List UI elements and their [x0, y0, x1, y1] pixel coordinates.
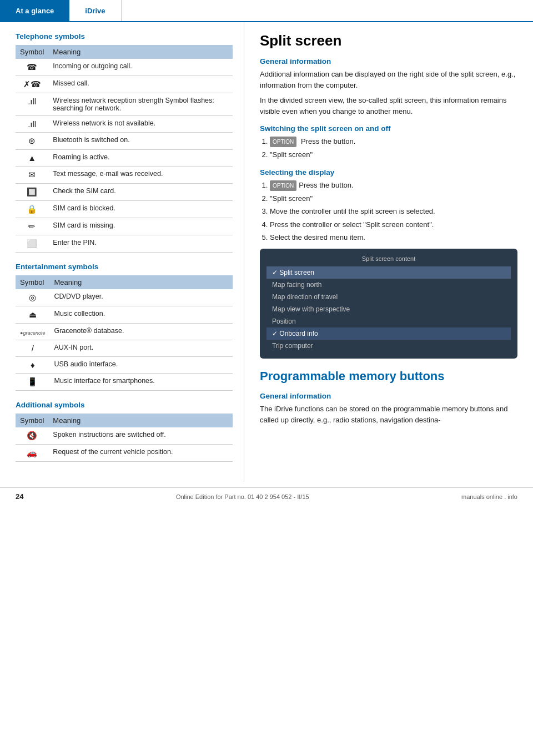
general-info-title: General information [260, 57, 517, 65]
table-row: ✗☎Missed call. [16, 76, 233, 93]
switching-step-1: OPTION Press the button. [270, 136, 517, 147]
selecting-step-5: Select the desired menu item. [270, 232, 517, 243]
telephone-section-title: Telephone symbols [16, 32, 233, 41]
telephone-col-symbol: Symbol [16, 45, 48, 59]
table-row: .ıllWireless network is not available. [16, 116, 233, 133]
table-row: 🔇Spoken instructions are switched off. [16, 427, 233, 445]
option-button-icon2: OPTION [270, 180, 296, 191]
entertainment-col-meaning: Meaning [49, 275, 233, 289]
menu-item: ✓ Onboard info [266, 327, 511, 340]
meaning-cell: Incoming or outgoing call. [48, 59, 233, 76]
meaning-cell: SIM card is missing. [48, 218, 233, 235]
symbol-cell: 📱 [16, 374, 49, 391]
symbol-cell: 🔇 [16, 427, 48, 445]
tab-at-a-glance[interactable]: At a glance [0, 0, 69, 21]
symbol-cell: 🔒 [16, 201, 48, 218]
selecting-steps: OPTIONPress the button."Split screen"Mov… [270, 180, 517, 243]
entertainment-section-title: Entertainment symbols [16, 263, 233, 271]
symbol-cell: ✉ [16, 167, 48, 184]
telephone-table: Symbol Meaning ☎Incoming or outgoing cal… [16, 45, 233, 253]
table-row: .ıllWireless network reception strength … [16, 93, 233, 116]
table-row: 🔒SIM card is blocked. [16, 201, 233, 218]
left-column: Telephone symbols Symbol Meaning ☎Incomi… [0, 22, 244, 482]
symbol-cell: 🔲 [16, 184, 48, 201]
table-row: ⏏Music collection. [16, 306, 233, 324]
table-row: ☎Incoming or outgoing call. [16, 59, 233, 76]
meaning-cell: Text message, e-mail was received. [48, 167, 233, 184]
meaning-cell: AUX-IN port. [49, 340, 233, 357]
table-row: ▲Roaming is active. [16, 150, 233, 167]
symbol-cell: ▲ [16, 150, 48, 167]
programmable-general-info-title: General information [260, 392, 517, 400]
meaning-cell: Music collection. [49, 306, 233, 324]
symbol-cell: .ıll [16, 116, 48, 133]
meaning-cell: Wireless network is not available. [48, 116, 233, 133]
table-row: ⬜Enter the PIN. [16, 235, 233, 253]
footer: 24 Online Edition for Part no. 01 40 2 9… [0, 487, 533, 505]
general-info-para2: In the divided screen view, the so-calle… [260, 95, 517, 117]
symbol-cell: 🚗 [16, 445, 48, 462]
table-row: /AUX-IN port. [16, 340, 233, 357]
meaning-cell: Enter the PIN. [48, 235, 233, 253]
table-row: ●gracenoteGracenote® database. [16, 324, 233, 340]
telephone-col-meaning: Meaning [48, 45, 233, 59]
split-screen-heading: Split screen [260, 32, 517, 49]
meaning-cell: Request of the current vehicle position. [48, 445, 233, 462]
table-row: ⊛Bluetooth is switched on. [16, 133, 233, 150]
entertainment-table: Symbol Meaning ◎CD/DVD player.⏏Music col… [16, 275, 233, 391]
table-row: ✏SIM card is missing. [16, 218, 233, 235]
footer-credit: Online Edition for Part no. 01 40 2 954 … [176, 493, 309, 500]
header: At a glance iDrive [0, 0, 533, 22]
meaning-cell: Wireless network reception strength Symb… [48, 93, 233, 116]
selecting-step-4: Press the controller or select "Split sc… [270, 219, 517, 230]
additional-table: Symbol Meaning 🔇Spoken instructions are … [16, 414, 233, 462]
table-row: 🔲Check the SIM card. [16, 184, 233, 201]
right-column: Split screen General information Additio… [244, 22, 533, 482]
programmable-heading: Programmable memory buttons [260, 369, 517, 385]
additional-col-symbol: Symbol [16, 414, 48, 427]
meaning-cell: USB audio interface. [49, 357, 233, 374]
symbol-cell: ✏ [16, 218, 48, 235]
meaning-cell: Check the SIM card. [48, 184, 233, 201]
meaning-cell: Gracenote® database. [49, 324, 233, 340]
symbol-cell: ☎ [16, 59, 48, 76]
tab-idrive[interactable]: iDrive [69, 0, 121, 21]
meaning-cell: Music interface for smartphones. [49, 374, 233, 391]
main-content: Telephone symbols Symbol Meaning ☎Incomi… [0, 22, 533, 482]
selecting-step-2: "Split screen" [270, 193, 517, 204]
menu-item: Map facing north [266, 279, 511, 291]
screen-mockup: Split screen content ✓ Split screenMap f… [260, 249, 517, 359]
switching-title: Switching the split screen on and off [260, 124, 517, 133]
meaning-cell: Bluetooth is switched on. [48, 133, 233, 150]
menu-item: Trip computer [266, 340, 511, 352]
menu-item: ✓ Split screen [266, 266, 511, 279]
table-row: ♦USB audio interface. [16, 357, 233, 374]
symbol-cell: ●gracenote [16, 324, 49, 340]
symbol-cell: / [16, 340, 49, 357]
selecting-step-3: Move the controller until the split scre… [270, 206, 517, 217]
switching-step-2: "Split screen" [270, 149, 517, 160]
option-button-icon: OPTION [270, 137, 296, 147]
screen-mockup-title: Split screen content [266, 255, 511, 262]
symbol-cell: ⏏ [16, 306, 49, 324]
menu-item: Position [266, 315, 511, 327]
symbol-cell: ⬜ [16, 235, 48, 253]
table-row: 📱Music interface for smartphones. [16, 374, 233, 391]
general-info-para1: Additional information can be displayed … [260, 69, 517, 90]
programmable-general-info-text: The iDrive functions can be stored on th… [260, 404, 517, 425]
table-row: ✉Text message, e-mail was received. [16, 167, 233, 184]
selecting-title: Selecting the display [260, 168, 517, 177]
symbol-cell: ⊛ [16, 133, 48, 150]
menu-item: Map view with perspective [266, 303, 511, 315]
table-row: 🚗Request of the current vehicle position… [16, 445, 233, 462]
symbol-cell: .ıll [16, 93, 48, 116]
footer-brand: manuals online . info [461, 493, 517, 500]
switching-steps: OPTION Press the button. "Split screen" [270, 136, 517, 160]
page-number: 24 [16, 492, 23, 501]
meaning-cell: Spoken instructions are switched off. [48, 427, 233, 445]
table-row: ◎CD/DVD player. [16, 289, 233, 306]
meaning-cell: Roaming is active. [48, 150, 233, 167]
symbol-cell: ◎ [16, 289, 49, 306]
symbol-cell: ♦ [16, 357, 49, 374]
menu-item: Map direction of travel [266, 291, 511, 303]
